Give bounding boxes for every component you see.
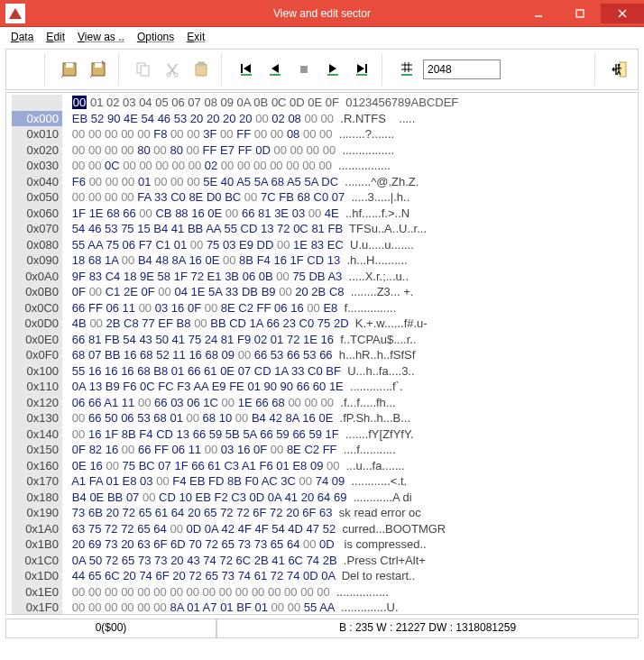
app-icon: [5, 4, 25, 23]
toolbar: [5, 49, 639, 90]
offset-cell: 0x100: [12, 363, 62, 380]
svg-marker-17: [244, 64, 251, 73]
offset-cell: 0x0E0: [12, 332, 62, 348]
menu-options[interactable]: Options: [137, 31, 174, 43]
paste-icon[interactable]: [189, 53, 214, 86]
svg-rect-15: [198, 62, 204, 65]
offset-cell: 0x1D0: [12, 568, 62, 584]
hex-view[interactable]: 00 01 02 03 04 05 06 07 08 09 0A 0B 0C 0…: [5, 92, 639, 615]
toolbar-blank[interactable]: [12, 53, 37, 86]
svg-rect-26: [356, 74, 367, 76]
offset-cell: 0x010: [12, 126, 62, 142]
svg-point-33: [618, 64, 621, 67]
minimize-button[interactable]: [518, 4, 559, 23]
menu-viewas[interactable]: View as ..: [78, 31, 124, 43]
offset-cell: 0x1E0: [12, 584, 62, 600]
goto-icon[interactable]: [394, 53, 419, 86]
svg-rect-9: [141, 66, 149, 76]
offset-cell: 0x0B0: [12, 284, 62, 300]
offset-cell: 0x150: [12, 442, 62, 458]
maximize-button[interactable]: [559, 4, 601, 23]
menubar: Data Edit View as .. Options Exit: [0, 27, 644, 47]
offset-cell: 0x130: [12, 410, 62, 426]
status-values: B : 235 W : 21227 DW : 1318081259: [216, 619, 639, 638]
offset-cell: 0x070: [12, 221, 62, 237]
offset-cell: 0x1A0: [12, 521, 62, 537]
offset-cell: 0x1C0: [12, 553, 62, 569]
svg-marker-22: [329, 64, 336, 73]
svg-rect-23: [327, 74, 338, 76]
exit-door-icon[interactable]: [607, 53, 632, 86]
offset-cell: 0x040: [12, 174, 62, 190]
offset-cell: 0x140: [12, 426, 62, 443]
offset-cell: 0x0D0: [12, 316, 62, 332]
offset-cell: 0x000: [12, 111, 62, 127]
save-as-icon[interactable]: [86, 53, 111, 86]
titlebar: View and edit sector: [0, 0, 644, 27]
svg-rect-14: [196, 64, 207, 76]
offset-cell: 0x0F0: [12, 347, 62, 363]
offset-cell: 0x190: [12, 505, 62, 521]
offset-cell: 0x020: [12, 142, 62, 159]
cut-icon[interactable]: [160, 53, 185, 86]
close-button[interactable]: [601, 4, 644, 23]
first-icon[interactable]: [234, 53, 259, 86]
offset-cell: 0x090: [12, 252, 62, 269]
prev-icon[interactable]: [262, 53, 288, 86]
copy-icon[interactable]: [131, 53, 156, 86]
sector-input[interactable]: [423, 60, 501, 79]
svg-rect-21: [300, 66, 308, 73]
svg-rect-7: [95, 63, 102, 68]
offset-cell: 0x080: [12, 237, 62, 253]
svg-point-12: [167, 73, 170, 77]
offset-cell: 0x120: [12, 395, 62, 411]
offset-cell: 0x0C0: [12, 300, 62, 316]
next-icon[interactable]: [320, 53, 345, 86]
statusbar: 0($00) B : 235 W : 21227 DW : 1318081259: [5, 619, 639, 638]
offset-cell: 0x180: [12, 490, 62, 506]
menu-data[interactable]: Data: [11, 31, 33, 43]
menu-exit[interactable]: Exit: [187, 31, 205, 43]
stop-icon[interactable]: [291, 53, 317, 86]
last-icon[interactable]: [349, 53, 374, 86]
svg-rect-1: [576, 10, 584, 17]
svg-rect-18: [241, 74, 252, 76]
offset-cell: 0x030: [12, 158, 62, 174]
offset-cell: 0x1B0: [12, 536, 62, 553]
status-offset: 0($00): [5, 619, 216, 638]
offset-cell: 0x170: [12, 473, 62, 490]
offset-cell: 0x060: [12, 206, 62, 222]
offset-cell: 0x110: [12, 379, 62, 395]
svg-rect-31: [401, 74, 412, 76]
svg-rect-20: [270, 74, 281, 76]
offset-cell: 0x160: [12, 458, 62, 474]
menu-edit[interactable]: Edit: [46, 31, 65, 43]
svg-point-13: [174, 73, 178, 77]
offset-cell: 0x0A0: [12, 269, 62, 285]
offset-cell: 0x1F0: [12, 600, 62, 615]
svg-marker-19: [271, 64, 279, 73]
save-icon[interactable]: [57, 53, 82, 86]
svg-rect-5: [66, 63, 73, 68]
offset-cell: 0x050: [12, 189, 62, 206]
svg-marker-24: [357, 64, 364, 73]
